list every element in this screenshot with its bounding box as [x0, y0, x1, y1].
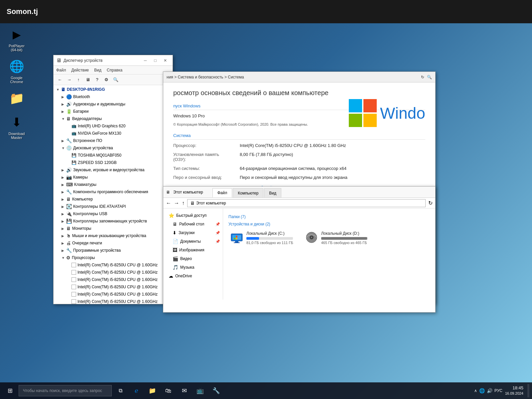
sidebar-item-downloads[interactable]: ⬇ Загрузки 📌 — [163, 228, 223, 237]
devmgr-menu-file[interactable]: Файл — [56, 68, 66, 72]
devmgr-toshiba[interactable]: 💾 TOSHIBA MQ01ABF050 — [54, 152, 173, 159]
devmgr-menu-help[interactable]: Справка — [107, 68, 122, 72]
video-icon: 🎬 — [173, 256, 178, 261]
store-button[interactable]: 🛍 — [161, 383, 176, 398]
devmgr-minimize-button[interactable]: ─ — [141, 57, 150, 64]
explorer-icon: 🖥 — [166, 190, 170, 195]
svg-rect-7 — [236, 238, 237, 239]
devmgr-keyboards[interactable]: ▶ ⌨ Клавиатуры — [54, 181, 173, 188]
devmgr-cameras[interactable]: ▶ 📷 Камеры — [54, 174, 173, 181]
explorer-sidebar: ⭐ Быстрый доступ 🖥 Рабочий стол 📌 ⬇ Загр… — [163, 208, 223, 300]
sysinfo-search-icon[interactable]: 🔍 — [427, 75, 432, 79]
explorer-tab-file[interactable]: Файл — [212, 188, 232, 198]
system-section-label: Система — [173, 133, 191, 138]
devmgr-mice[interactable]: ▶ 🖱 Мыши и иные указывающие устройства — [54, 232, 173, 239]
explorer-tab-computer[interactable]: Компьютер — [233, 188, 263, 198]
devmgr-cpu6[interactable]: Intel(R) Core(TM) i5-8250U CPU @ 1.60GHz — [54, 298, 173, 304]
edge-button[interactable]: ℯ — [129, 383, 144, 398]
devmgr-mx130[interactable]: 📺 NVIDIA GeForce MX130 — [54, 130, 173, 137]
devmgr-storage[interactable]: ▶ 💾 Контроллеры запоминающих устройств — [54, 217, 173, 225]
systray-chevron-icon[interactable]: ∧ — [474, 388, 477, 393]
devmgr-cpu1[interactable]: Intel(R) Core(TM) i5-8250U CPU @ 1.60GHz — [54, 261, 173, 269]
explorer-address-path[interactable]: 🖥 Этот компьютер — [187, 199, 426, 207]
explorer-forward-icon[interactable]: → — [174, 200, 179, 206]
sysinfo-refresh-icon[interactable]: ↻ — [421, 75, 424, 79]
devmgr-properties-button[interactable]: 🖥 — [83, 76, 92, 84]
folders-heading: Папки (7) — [228, 214, 430, 219]
devmgr-software-components[interactable]: ▶ 🔧 Компоненты программного обеспечения — [54, 188, 173, 196]
devmgr-processors[interactable]: ▼ ⚙ Процессоры — [54, 254, 173, 261]
sidebar-item-music[interactable]: 🎵 Музыка — [163, 263, 223, 272]
devmgr-cpu5[interactable]: Intel(R) Core(TM) i5-8250U CPU @ 1.60GHz — [54, 291, 173, 298]
devmgr-sound[interactable]: ▶ 🔊 Звуковые, игровые и видеоустройства — [54, 166, 173, 174]
devmgr-menubar: Файл Действие Вид Справка — [54, 66, 173, 74]
taskbar-btn-extra2[interactable]: 🔧 — [209, 383, 223, 398]
devmgr-back-button[interactable]: ← — [56, 76, 64, 84]
sidebar-item-video[interactable]: 🎬 Видео — [163, 254, 223, 263]
systray-network-icon[interactable]: 🌐 — [479, 388, 485, 393]
sidebar-item-onedrive[interactable]: ☁ OneDrive — [163, 272, 223, 280]
devmgr-cpu4[interactable]: Intel(R) Core(TM) i5-8250U CPU @ 1.60GHz — [54, 283, 173, 291]
downloads-icon: ⬇ — [173, 230, 177, 235]
taskbar-search-bar[interactable]: Чтобы начать поиск, введите здесь запрос — [19, 385, 112, 396]
windows-logo-text: Windo — [380, 104, 425, 122]
sidebar-item-quickaccess[interactable]: ⭐ Быстрый доступ — [163, 211, 223, 220]
drive-d[interactable]: Локальный Диск (D:) 465 ГБ свободно из 4… — [303, 229, 370, 248]
desktop-icon-potplayer[interactable]: ▶ PotPlayer(64-bit) — [3, 27, 30, 52]
devmgr-forward-button[interactable]: → — [65, 76, 73, 84]
systray-lang[interactable]: РУС — [494, 388, 502, 393]
sidebar-item-desktop[interactable]: 🖥 Рабочий стол 📌 — [163, 220, 223, 228]
desktop-icon-download-master[interactable]: ⬇ DownloadMaster — [3, 114, 30, 140]
devmgr-help-button[interactable]: ? — [93, 76, 101, 84]
devmgr-monitors[interactable]: ▶ 🖥 Мониторы — [54, 225, 173, 232]
explorer-back-icon[interactable]: ← — [166, 200, 171, 206]
devmgr-audio[interactable]: ▶ 🔊 Аудиовходы и аудиовыходы — [54, 100, 173, 108]
devmgr-firmware[interactable]: ▶ 🔧 Встроенное ПО — [54, 137, 173, 144]
chrome-label: GoogleChrome — [10, 76, 23, 84]
sysinfo-breadcrumb: ния > Система и безопасность > Система — [167, 75, 244, 79]
explorer-refresh-icon[interactable]: ↻ — [428, 200, 433, 206]
devmgr-batteries[interactable]: ▶ 🔋 Батареи — [54, 108, 173, 115]
devmgr-diskdrives[interactable]: ▼ 💿 Дисковые устройства — [54, 144, 173, 152]
file-explorer-button[interactable]: 📁 — [145, 383, 160, 398]
drive-c[interactable]: Локальный Диск (C:) 81,0 ГБ свободно из … — [228, 229, 295, 248]
devmgr-cpu3[interactable]: Intel(R) Core(TM) i5-8250U CPU @ 1.60GHz — [54, 276, 173, 283]
devmgr-close-button[interactable]: ✕ — [161, 57, 170, 64]
taskbar-btn-extra1[interactable]: 📺 — [193, 383, 207, 398]
devmgr-usb[interactable]: ▶ 🔌 Контроллеры USB — [54, 210, 173, 217]
task-view-button[interactable]: ⧉ — [113, 383, 128, 398]
ram-row: Установленная память(ОЗУ): 8,00 ГБ (7,88… — [173, 152, 425, 162]
devmgr-menu-action[interactable]: Действие — [71, 68, 89, 72]
ram-label: Установленная память(ОЗУ): — [173, 152, 240, 162]
devmgr-display[interactable]: ▼ 🖥 Видеоадаптеры — [54, 115, 173, 122]
devmgr-update-button[interactable]: ⚙ — [102, 76, 111, 84]
desktop-icon-chrome[interactable]: 🌐 GoogleChrome — [3, 59, 30, 84]
taskbar-clock[interactable]: 18:45 16.09.2024 — [505, 385, 523, 396]
start-button[interactable]: ⊞ — [3, 383, 17, 398]
devmgr-printqueues[interactable]: ▶ 🖨 Очереди печати — [54, 239, 173, 247]
explorer-up-icon[interactable]: ↑ — [182, 200, 185, 206]
devmgr-root-node[interactable]: ▼ 🖥 DESKTOP-8N1RIGG — [54, 86, 173, 93]
devmgr-computer[interactable]: ▶ 🖥 Компьютер — [54, 196, 173, 203]
mail-button[interactable]: ✉ — [177, 383, 192, 398]
devmgr-menu-view[interactable]: Вид — [94, 68, 101, 72]
desktop-icon-folder[interactable]: 📁 — [3, 90, 30, 108]
sidebar-item-documents[interactable]: 📄 Документы 📌 — [163, 237, 223, 246]
devmgr-zspeed[interactable]: 💾 ZSPEED SSD 120GB — [54, 159, 173, 166]
show-desktop-button[interactable] — [527, 384, 529, 397]
devmgr-uhd620[interactable]: 📺 Intel(R) UHD Graphics 620 — [54, 122, 173, 130]
devmgr-ide[interactable]: ▶ 💽 Контроллеры IDE ATA/ATAPI — [54, 203, 173, 210]
devmgr-title: Диспетчер устройств — [64, 58, 102, 63]
devmgr-software-devices[interactable]: ▶ 🔧 Программные устройства — [54, 247, 173, 254]
sidebar-item-images[interactable]: 🖼 Изображения — [163, 246, 223, 254]
devmgr-maximize-button[interactable]: □ — [151, 57, 160, 64]
top-bar: Somon.tj — [0, 0, 532, 23]
cpu-value: Intel(R) Core(TM) i5-8250U CPU @ 1.60GHz… — [240, 143, 425, 148]
devmgr-bluetooth[interactable]: ▶ 🔵 Bluetooth — [54, 93, 173, 100]
explorer-tab-view[interactable]: Вид — [264, 188, 281, 198]
devmgr-tree[interactable]: ▼ 🖥 DESKTOP-8N1RIGG ▶ 🔵 Bluetooth ▶ 🔊 Ау… — [54, 85, 173, 304]
devmgr-cpu2[interactable]: Intel(R) Core(TM) i5-8250U CPU @ 1.60GHz — [54, 269, 173, 276]
devmgr-up-button[interactable]: ↑ — [74, 76, 83, 84]
systray-volume-icon[interactable]: 🔊 — [487, 388, 492, 393]
devmgr-scan-button[interactable]: 🔍 — [111, 76, 120, 84]
